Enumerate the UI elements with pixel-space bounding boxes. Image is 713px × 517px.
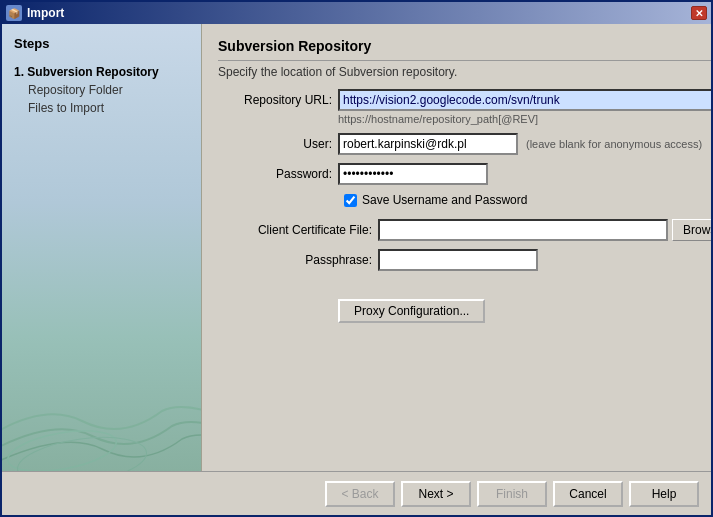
user-row: User: (leave blank for anonymous access) bbox=[218, 133, 711, 155]
finish-button[interactable]: Finish bbox=[477, 481, 547, 507]
repo-url-row: Repository URL: ▼ bbox=[218, 89, 711, 111]
next-button[interactable]: Next > bbox=[401, 481, 471, 507]
section-title: Subversion Repository bbox=[218, 38, 711, 61]
user-anon-hint: (leave blank for anonymous access) bbox=[526, 138, 702, 150]
step-3: Files to Import bbox=[28, 99, 189, 117]
step-1: 1. Subversion Repository bbox=[14, 63, 189, 81]
save-checkbox[interactable] bbox=[344, 194, 357, 207]
form-area: Repository URL: ▼ https://hostname/repos… bbox=[218, 89, 711, 457]
svg-point-0 bbox=[5, 424, 120, 471]
browse-button[interactable]: Browse... bbox=[672, 219, 711, 241]
steps-list: 1. Subversion Repository Repository Fold… bbox=[14, 63, 189, 117]
passphrase-input[interactable] bbox=[378, 249, 538, 271]
close-button[interactable]: ✕ bbox=[691, 6, 707, 20]
bottom-bar: < Back Next > Finish Cancel Help bbox=[2, 471, 711, 515]
proxy-config-button[interactable]: Proxy Configuration... bbox=[338, 299, 485, 323]
window-icon: 📦 bbox=[6, 5, 22, 21]
url-hint: https://hostname/repository_path[@REV] bbox=[338, 113, 711, 125]
save-checkbox-row: Save Username and Password bbox=[344, 193, 711, 207]
step-2-label: Repository Folder bbox=[28, 83, 123, 97]
cert-label: Client Certificate File: bbox=[218, 223, 378, 237]
step-2: Repository Folder bbox=[28, 81, 189, 99]
title-bar: 📦 Import ✕ bbox=[2, 2, 711, 24]
title-bar-left: 📦 Import bbox=[6, 5, 64, 21]
cert-input[interactable] bbox=[378, 219, 668, 241]
back-button[interactable]: < Back bbox=[325, 481, 395, 507]
password-label: Password: bbox=[218, 167, 338, 181]
passphrase-row: Passphrase: bbox=[218, 249, 711, 271]
repo-url-input[interactable] bbox=[338, 89, 711, 111]
step-1-label: Subversion Repository bbox=[27, 65, 158, 79]
proxy-btn-row: Proxy Configuration... bbox=[338, 285, 711, 323]
section-desc: Specify the location of Subversion repos… bbox=[218, 65, 711, 79]
main-content: Subversion Repository Specify the locati… bbox=[202, 24, 711, 471]
save-checkbox-label: Save Username and Password bbox=[362, 193, 527, 207]
user-label: User: bbox=[218, 137, 338, 151]
repo-url-label: Repository URL: bbox=[218, 93, 338, 107]
passphrase-label: Passphrase: bbox=[218, 253, 378, 267]
user-input[interactable] bbox=[338, 133, 518, 155]
sidebar-title: Steps bbox=[14, 36, 189, 51]
window-title: Import bbox=[27, 6, 64, 20]
step-1-number: 1. bbox=[14, 65, 27, 79]
url-input-wrap: ▼ bbox=[338, 89, 711, 111]
password-input[interactable] bbox=[338, 163, 488, 185]
password-row: Password: bbox=[218, 163, 711, 185]
import-window: 📦 Import ✕ Steps 1. Subversion Repositor… bbox=[0, 0, 713, 517]
cancel-button[interactable]: Cancel bbox=[553, 481, 623, 507]
sidebar: Steps 1. Subversion Repository Repositor… bbox=[2, 24, 202, 471]
help-button[interactable]: Help bbox=[629, 481, 699, 507]
cert-row: Client Certificate File: Browse... bbox=[218, 219, 711, 241]
window-content: Steps 1. Subversion Repository Repositor… bbox=[2, 24, 711, 471]
sidebar-decoration bbox=[2, 321, 201, 471]
step-3-label: Files to Import bbox=[28, 101, 104, 115]
